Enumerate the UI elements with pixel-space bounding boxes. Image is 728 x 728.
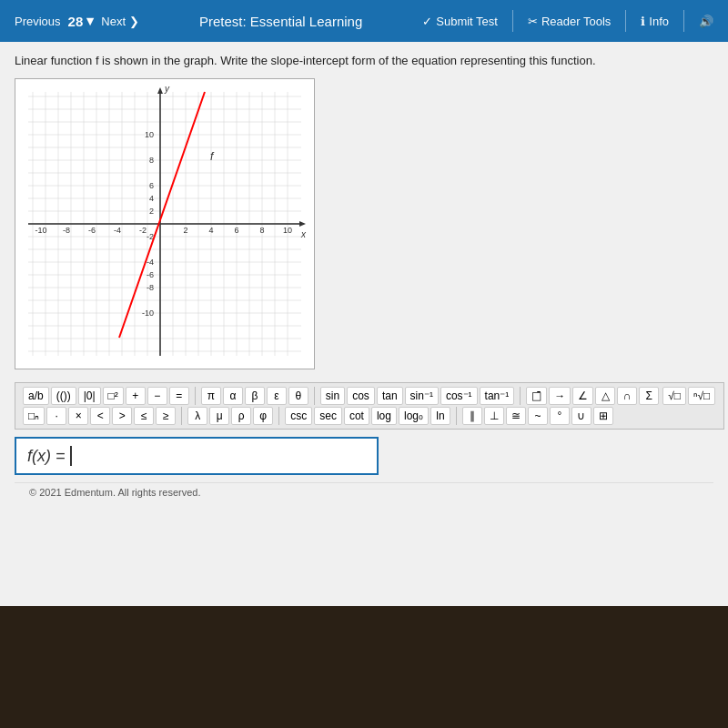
- coordinate-graph: x y -10 -8 -6 -4 -2 2 4 6 8 10 10 8 6 4: [19, 83, 310, 365]
- previous-label: Previous: [15, 15, 61, 28]
- pi-button[interactable]: π: [201, 387, 221, 405]
- toolbar-separator-5: [278, 407, 279, 425]
- svg-text:6: 6: [149, 181, 154, 190]
- toolbar-separator-2: [314, 387, 315, 405]
- submit-test-label: Submit Test: [436, 15, 498, 28]
- alpha-button[interactable]: α: [223, 387, 243, 405]
- toolbar-separator-6: [456, 407, 457, 425]
- page-title: Pretest: Essential Learning: [147, 14, 415, 29]
- parallel-button[interactable]: ∥: [462, 407, 482, 425]
- arcsin-button[interactable]: sin⁻¹: [405, 387, 439, 405]
- sin-button[interactable]: sin: [320, 387, 345, 405]
- svg-text:4: 4: [208, 226, 213, 235]
- rho-button[interactable]: ρ: [231, 407, 251, 425]
- next-button[interactable]: Next ❯: [94, 11, 147, 32]
- toolbar-separator-1: [195, 387, 196, 405]
- subscript-button[interactable]: □ₙ: [23, 407, 45, 425]
- abs-value-button[interactable]: |0|: [78, 387, 101, 405]
- svg-text:-10: -10: [35, 226, 46, 235]
- log-base-button[interactable]: log₀: [399, 407, 429, 425]
- check-icon: ✓: [422, 15, 432, 28]
- page-indicator: 28 ▾: [68, 13, 95, 29]
- main-content: Linear function f is shown in the graph.…: [0, 42, 728, 606]
- bottom-dark-area: [0, 606, 728, 728]
- answer-area[interactable]: f(x) =: [15, 437, 379, 475]
- fraction-button[interactable]: a/b: [23, 387, 49, 405]
- phi-button[interactable]: φ: [253, 407, 273, 425]
- tan-button[interactable]: tan: [377, 387, 403, 405]
- footer: © 2021 Edmentum. All rights reserved.: [15, 482, 713, 501]
- question-text: Linear function f is shown in the graph.…: [15, 53, 713, 69]
- log-button[interactable]: log: [371, 407, 397, 425]
- page-number: 28: [68, 14, 84, 29]
- sec-button[interactable]: sec: [314, 407, 342, 425]
- answer-cursor: [70, 446, 76, 466]
- csc-button[interactable]: csc: [285, 407, 312, 425]
- theta-button[interactable]: θ: [288, 387, 308, 405]
- toolbar-separator-3: [520, 387, 521, 405]
- svg-text:-10: -10: [142, 308, 154, 318]
- next-label: Next: [101, 15, 126, 28]
- info-label: Info: [649, 15, 669, 28]
- greater-than-button[interactable]: >: [112, 407, 132, 425]
- svg-text:-2: -2: [139, 226, 147, 235]
- parentheses-button[interactable]: (()): [51, 387, 76, 405]
- minus-button[interactable]: −: [147, 387, 167, 405]
- dot-button[interactable]: ·: [46, 407, 66, 425]
- perpendicular-button[interactable]: ⊥: [484, 407, 504, 425]
- nav-right-buttons: ✓ Submit Test ✂ Reader Tools ℹ Info 🔊: [415, 10, 721, 32]
- beta-button[interactable]: β: [245, 387, 265, 405]
- union-button[interactable]: ∪: [571, 407, 592, 425]
- ln-button[interactable]: ln: [430, 407, 450, 425]
- svg-text:10: 10: [145, 130, 154, 139]
- mu-button[interactable]: μ: [209, 407, 229, 425]
- copyright-text: © 2021 Edmentum. All rights reserved.: [29, 487, 200, 498]
- leq-button[interactable]: ≤: [134, 407, 154, 425]
- reader-tools-label: Reader Tools: [541, 15, 611, 28]
- previous-button[interactable]: Previous: [7, 11, 68, 32]
- sqrt-button[interactable]: √□: [662, 387, 686, 405]
- cos-button[interactable]: cos: [347, 387, 375, 405]
- angle-button[interactable]: ∠: [572, 387, 593, 405]
- y-axis-label: y: [164, 84, 170, 94]
- superscript-button[interactable]: □²: [103, 387, 124, 405]
- triangle-button[interactable]: △: [595, 387, 615, 405]
- graph-container: x y -10 -8 -6 -4 -2 2 4 6 8 10 10 8 6 4: [15, 78, 315, 369]
- intersection-button[interactable]: ∩: [617, 387, 637, 405]
- arccos-button[interactable]: cos⁻¹: [440, 387, 478, 405]
- arctan-button[interactable]: tan⁻¹: [480, 387, 515, 405]
- similar-button[interactable]: ~: [528, 407, 548, 425]
- next-icon: ❯: [129, 15, 139, 28]
- arrow-right-button[interactable]: →: [549, 387, 571, 405]
- degree-button[interactable]: °: [550, 407, 570, 425]
- svg-text:-8: -8: [63, 226, 70, 235]
- svg-text:8: 8: [259, 226, 264, 235]
- nav-divider-2: [625, 10, 626, 32]
- svg-text:2: 2: [183, 226, 187, 235]
- svg-text:4: 4: [149, 194, 154, 203]
- times-button[interactable]: ×: [68, 407, 88, 425]
- svg-text:-8: -8: [147, 283, 154, 292]
- lambda-button[interactable]: λ: [187, 407, 207, 425]
- matrix-button[interactable]: ⊞: [593, 407, 613, 425]
- nth-root-button[interactable]: ⁿ√□: [688, 387, 715, 405]
- nav-divider-1: [512, 10, 513, 32]
- svg-text:8: 8: [149, 156, 154, 165]
- equals-button[interactable]: =: [169, 387, 189, 405]
- audio-button[interactable]: 🔊: [692, 11, 721, 32]
- geq-button[interactable]: ≥: [156, 407, 176, 425]
- info-button[interactable]: ℹ Info: [633, 11, 676, 32]
- epsilon-button[interactable]: ε: [267, 387, 287, 405]
- dropdown-icon[interactable]: ▾: [86, 13, 94, 29]
- overline-button[interactable]: □̄: [526, 387, 547, 405]
- cot-button[interactable]: cot: [344, 407, 369, 425]
- svg-text:10: 10: [283, 226, 292, 235]
- congruent-button[interactable]: ≅: [506, 407, 526, 425]
- submit-test-button[interactable]: ✓ Submit Test: [415, 11, 505, 32]
- less-than-button[interactable]: <: [90, 407, 110, 425]
- svg-text:-4: -4: [147, 258, 154, 267]
- svg-text:-4: -4: [114, 226, 121, 235]
- sigma-button[interactable]: Σ: [639, 387, 659, 405]
- plus-button[interactable]: +: [126, 387, 146, 405]
- reader-tools-button[interactable]: ✂ Reader Tools: [521, 11, 618, 32]
